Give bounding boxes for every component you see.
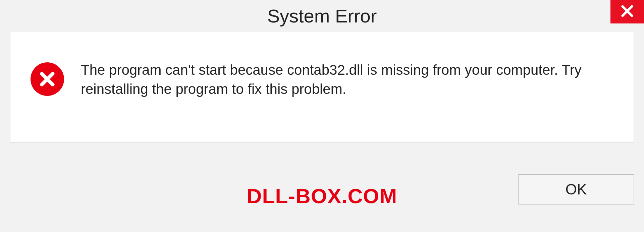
close-button[interactable] [610,0,644,23]
footer: DLL-BOX.COM OK [0,142,644,220]
close-icon [620,4,634,19]
error-icon [31,62,64,96]
dialog-title: System Error [267,5,377,27]
content-panel: The program can't start because contab32… [10,32,634,142]
ok-button[interactable]: OK [518,174,634,205]
titlebar: System Error [0,0,644,32]
watermark-text: DLL-BOX.COM [247,184,397,208]
error-message: The program can't start because contab32… [81,61,601,99]
